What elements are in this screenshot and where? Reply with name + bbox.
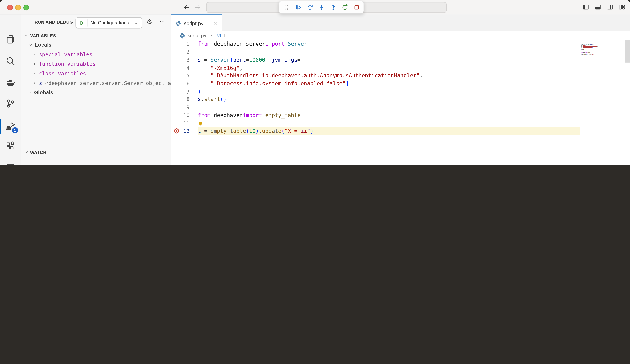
config-dropdown-label[interactable]: No Configurations: [90, 20, 134, 26]
vscode-window: 1⚙1 RUN AND DEBUG No Configurations ⚙ VA…: [0, 0, 630, 165]
titlebar: [0, 0, 630, 15]
watch-section-header[interactable]: WATCH: [21, 148, 171, 156]
debug-step-into-button[interactable]: [317, 3, 326, 11]
debug-restart: [341, 4, 348, 10]
sidebar-title: RUN AND DEBUG: [35, 20, 73, 24]
code-line-12[interactable]: 12t = empty_table(10).update("X = ii"): [171, 127, 630, 135]
gear-icon[interactable]: ⚙: [146, 18, 152, 26]
toggle-panel-icon[interactable]: [594, 4, 601, 10]
debug-continue: [295, 4, 302, 10]
debug-restart-button[interactable]: [341, 3, 349, 11]
line-number: 10: [184, 111, 190, 119]
chevron-icon: [28, 42, 33, 47]
code-line-10[interactable]: 10from deephavenimport empty_table: [171, 111, 630, 119]
traffic-light-minimize[interactable]: [15, 5, 21, 10]
chevron-right-icon: [209, 33, 213, 38]
code-line-11[interactable]: 11: [171, 119, 630, 127]
activity-bar-search[interactable]: [0, 51, 21, 71]
drag-grip: [284, 4, 290, 10]
tab-script-py[interactable]: script.py: [171, 14, 222, 31]
toggle-secondary-sidebar-icon[interactable]: [606, 4, 613, 10]
search-icon: [6, 56, 15, 66]
variables-tree-item[interactable]: function variables: [21, 59, 171, 69]
debug-step-into: [318, 4, 325, 10]
traffic-light-zoom[interactable]: [23, 5, 29, 10]
special-variables-label: class variables: [39, 70, 86, 76]
debug-toolbar: [279, 1, 364, 14]
code-line-3[interactable]: 3s = Server(port=10000, jvm_args=[: [171, 56, 630, 64]
toggle-primary-sidebar-icon[interactable]: [582, 4, 589, 10]
breadcrumb-file[interactable]: script.py: [188, 33, 206, 39]
code-text: from deephaven_serverimport Server: [198, 40, 580, 48]
code-line-2[interactable]: 2: [171, 48, 630, 56]
section-title: VARIABLES: [30, 33, 56, 38]
line-number: 7: [186, 88, 190, 95]
code-line-6[interactable]: 6 "-Dprocess.info.system-info.enabled=fa…: [171, 80, 630, 88]
debug-step-out: [330, 4, 336, 10]
code-line-8[interactable]: 8s.start(): [171, 96, 630, 103]
code-text: "-Xmx16g",: [198, 64, 580, 72]
code-line-4[interactable]: 4 "-Xmx16g",: [171, 64, 630, 72]
editor-group: script.py script.py t 1from deephaven_se…: [171, 14, 630, 165]
code-line-9[interactable]: 9: [171, 103, 630, 111]
activity-bar-explorer[interactable]: [0, 30, 21, 49]
line-number: 8: [186, 96, 190, 103]
scope-label: Globals: [34, 90, 53, 96]
close-icon[interactable]: [212, 21, 218, 26]
code-editor[interactable]: 1from deephaven_serverimport Server23s =…: [171, 40, 630, 165]
activity-bar-remote-explorer[interactable]: [0, 158, 21, 165]
python-icon: [175, 20, 181, 26]
special-variables-label: special variables: [39, 51, 92, 57]
variables-section-header[interactable]: VARIABLES: [21, 31, 171, 40]
chevron-icon: [28, 90, 32, 95]
traffic-light-close[interactable]: [7, 5, 13, 10]
forward-icon: [194, 4, 202, 11]
debug-step-over: [306, 4, 313, 10]
variables-tree-item[interactable]: Locals: [21, 40, 171, 49]
line-number: 6: [186, 80, 190, 88]
tab-bar: script.py: [171, 14, 630, 32]
activity-bar-source-control[interactable]: [0, 94, 21, 113]
line-number: 9: [186, 103, 190, 111]
line-number: 1: [186, 40, 190, 48]
breadcrumb-symbol[interactable]: t: [224, 33, 225, 39]
debug-continue-button[interactable]: [294, 3, 302, 11]
lightbulb-icon[interactable]: [198, 121, 203, 127]
python-icon: [179, 33, 185, 39]
run-icon[interactable]: [79, 20, 85, 26]
debug-step-over-button[interactable]: [306, 3, 314, 11]
activity-bar-extensions[interactable]: [0, 136, 21, 155]
variable-value: <deephaven_server.server.Server object a…: [45, 80, 171, 86]
variables-tree-item[interactable]: class variables: [21, 69, 171, 78]
code-text: [198, 103, 580, 111]
line-number: 12: [184, 127, 190, 135]
code-line-5[interactable]: 5 "-DAuthHandlers=io.deephaven.auth.Anon…: [171, 72, 630, 80]
ellipsis-icon[interactable]: [159, 19, 165, 25]
run-and-debug-sidebar: RUN AND DEBUG No Configurations ⚙ VARIAB…: [21, 14, 171, 165]
git-branch-icon: [6, 99, 15, 108]
back-icon[interactable]: [183, 4, 190, 11]
code-line-7[interactable]: 7): [171, 88, 630, 95]
variables-tree-item[interactable]: special variables: [21, 50, 171, 59]
section-title: WATCH: [30, 150, 46, 155]
layout-controls: [582, 4, 625, 10]
debug-stop-button[interactable]: [352, 3, 360, 11]
launch-config-dropdown[interactable]: No Configurations: [76, 17, 142, 28]
chevron-icon: [32, 81, 36, 85]
chevron-down-icon: [24, 150, 29, 155]
vscode-window-stage: 1⚙1 RUN AND DEBUG No Configurations ⚙ VA…: [0, 0, 630, 165]
current-breakpoint-icon[interactable]: [174, 128, 180, 134]
code-line-1[interactable]: 1from deephaven_serverimport Server: [171, 40, 630, 48]
customize-layout-icon[interactable]: [618, 4, 625, 10]
chevron-down-icon[interactable]: [134, 20, 139, 25]
activity-bar-docker[interactable]: [0, 73, 21, 92]
breadcrumb: script.py t: [171, 31, 630, 40]
drag-grip-button[interactable]: [282, 3, 290, 11]
variables-tree-item[interactable]: Globals: [21, 88, 171, 97]
debug-step-out-button[interactable]: [329, 3, 337, 11]
code-text: [198, 48, 580, 56]
variables-tree-item[interactable]: s = <deephaven_server.server.Server obje…: [21, 78, 171, 88]
scope-label: Locals: [35, 42, 52, 48]
extensions-icon: [6, 141, 15, 151]
activity-bar-run-and-debug[interactable]: 1: [0, 117, 21, 136]
